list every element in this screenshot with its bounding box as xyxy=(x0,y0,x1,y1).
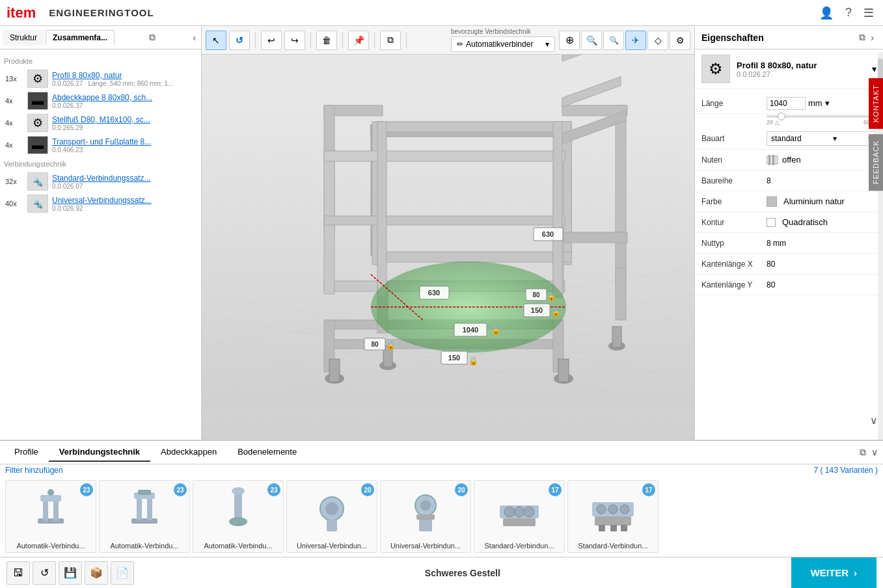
svg-rect-80 xyxy=(137,496,142,520)
prop-label: Kantenlänge X xyxy=(701,260,767,269)
copy-button[interactable]: ⧉ xyxy=(380,31,401,50)
svg-text:630: 630 xyxy=(428,289,440,297)
footer-btn-save[interactable]: 💾 xyxy=(59,561,82,585)
svg-rect-90 xyxy=(327,520,337,531)
laenge-slider-row: 20 △ 6000 xyxy=(695,115,883,128)
list-item[interactable]: 4x ▬ Transport- und Fußplatte 8... 0.0.4… xyxy=(4,134,197,156)
kontakt-tab[interactable]: KONTAKT xyxy=(869,78,883,129)
prop-bauart: Bauart standard ▾ xyxy=(695,128,883,150)
kontur-checkbox[interactable] xyxy=(767,218,776,227)
nuten-value: offen xyxy=(782,155,801,165)
pin-button[interactable]: 📌 xyxy=(348,31,369,50)
catalog-item[interactable]: 17 Standard-Verbindun... xyxy=(567,480,659,553)
select-tool-button[interactable]: ↖ xyxy=(206,31,226,50)
settings-button[interactable]: ⚙ xyxy=(670,31,690,50)
next-button[interactable]: WEITER › xyxy=(791,557,876,589)
svg-rect-39 xyxy=(562,55,621,61)
tab-struktur[interactable]: Struktur xyxy=(3,30,44,46)
product-name-display: Profil 8 80x80, natur xyxy=(737,60,817,70)
svg-rect-37 xyxy=(377,122,387,297)
bauart-select[interactable]: standard ▾ xyxy=(767,131,876,146)
product-count: 32x xyxy=(5,178,23,185)
catalog-badge: 23 xyxy=(174,483,187,496)
toolbar-separator xyxy=(406,33,407,48)
product-count: 4x xyxy=(5,141,23,149)
delete-button[interactable]: 🗑 xyxy=(316,31,337,50)
svg-rect-83 xyxy=(138,490,151,495)
section-title-verbindung: Verbindungstechnik xyxy=(4,160,197,168)
user-icon[interactable]: 👤 xyxy=(817,6,836,20)
footer-btn-3d[interactable]: 📦 xyxy=(85,561,108,585)
footer-btn-undo[interactable]: ↺ xyxy=(33,561,56,585)
footer-btn-new[interactable]: 🖫 xyxy=(7,561,30,585)
svg-rect-77 xyxy=(40,495,61,501)
unit-dropdown[interactable]: ▾ xyxy=(825,98,830,108)
svg-text:🔒: 🔒 xyxy=(547,291,556,301)
svg-rect-81 xyxy=(147,496,152,520)
catalog-name: Automatik-Verbindu... xyxy=(102,542,187,550)
rotate-tool-button[interactable]: ↺ xyxy=(229,31,250,50)
catalog-name: Standard-Verbindun... xyxy=(571,542,655,550)
catalog-thumb xyxy=(299,483,364,541)
redo-button[interactable]: ↪ xyxy=(284,31,305,50)
catalog-item[interactable]: 17 Standard-Verbindun... xyxy=(474,480,565,553)
panel-expand-icon[interactable]: ⧉ xyxy=(856,32,868,43)
filter-label[interactable]: Filter hinzufügen xyxy=(5,466,63,475)
list-item[interactable]: 13x ⚙ Profil 8 80x80, natur 0.0.026.27 ·… xyxy=(4,68,197,90)
undo-button[interactable]: ↩ xyxy=(261,31,282,50)
help-icon[interactable]: ? xyxy=(843,6,854,20)
footer-btn-pdf[interactable]: 📄 xyxy=(111,561,134,585)
catalog-name: Automatik-Verbindu... xyxy=(196,542,280,550)
feedback-tab[interactable]: FEEDBACK xyxy=(869,134,883,191)
tab-zusammenfa[interactable]: Zusammenfa... xyxy=(46,30,115,46)
zoom-in-button[interactable]: 🔍 xyxy=(581,31,602,50)
svg-rect-36 xyxy=(324,216,565,225)
catalog-collapse-icon[interactable]: ∨ xyxy=(870,446,879,459)
product-info: Standard-Verbindungssatz... 0.0.026.07 xyxy=(52,174,196,190)
svg-rect-48 xyxy=(612,327,621,347)
tab-abdeckkappen[interactable]: Abdeckkappen xyxy=(150,443,227,462)
panel-close-icon[interactable]: › xyxy=(868,33,876,43)
panel-close-icon[interactable]: ‹ xyxy=(190,33,198,43)
catalog-item[interactable]: 23 Automatik-Verbindu... xyxy=(99,480,190,553)
laenge-slider[interactable] xyxy=(767,115,876,118)
svg-rect-93 xyxy=(416,514,435,520)
catalog-item[interactable]: 20 Universal-Verbindun... xyxy=(286,480,377,553)
menu-icon[interactable]: ☰ xyxy=(861,6,876,20)
catalog-badge: 17 xyxy=(549,483,562,496)
catalog-name: Automatik-Verbindu... xyxy=(8,542,93,550)
toolbar-separator xyxy=(310,33,311,48)
tab-profile[interactable]: Profile xyxy=(4,443,49,462)
tab-verbindungstechnik[interactable]: Verbindungstechnik xyxy=(49,443,150,462)
zoom-out-button[interactable]: 🔍 xyxy=(603,31,624,50)
catalog-item[interactable]: 23 Automatik-Verbindu... xyxy=(193,480,284,553)
app-title: ENGINEERINGTOOL xyxy=(49,7,810,18)
svg-rect-17 xyxy=(377,252,571,262)
svg-text:🔒: 🔒 xyxy=(386,340,396,350)
catalog-expand-icon[interactable]: ⧉ xyxy=(858,446,867,459)
svg-rect-42 xyxy=(329,359,340,382)
catalog-item[interactable]: 23 Automatik-Verbindu... xyxy=(5,480,96,553)
properties-panel-title: Eigenschaften xyxy=(701,33,856,43)
3d-viewport[interactable]: 630 630 1040 150 80 80 150 xyxy=(202,55,694,440)
view-front-button[interactable]: ✈ xyxy=(625,31,646,50)
scroll-down-button[interactable]: ∨ xyxy=(870,414,878,427)
laenge-input[interactable] xyxy=(767,97,806,110)
view-iso-button[interactable]: ◇ xyxy=(647,31,668,50)
svg-rect-99 xyxy=(503,518,536,526)
catalog-badge: 23 xyxy=(267,483,280,496)
tab-bodenelemente[interactable]: Bodenelemente xyxy=(227,443,307,462)
panel-expand-icon[interactable]: ⧉ xyxy=(146,32,158,43)
list-item[interactable]: 40x 🔩 Universal-Verbindungssatz... 0.0.0… xyxy=(4,193,197,215)
list-item[interactable]: 4x ⚙ Stellfuß D80, M16x100, sc... 0.0.26… xyxy=(4,112,197,134)
svg-rect-94 xyxy=(419,520,432,531)
product-count: 4x xyxy=(5,97,23,105)
list-item[interactable]: 4x ▬ Abdeckkappe 8 80x80, sch... 0.0.026… xyxy=(4,90,197,112)
svg-point-78 xyxy=(48,489,54,496)
product-dropdown-icon[interactable]: ▾ xyxy=(872,64,876,74)
connection-dropdown[interactable]: ✏ Automatikverbinder ▾ xyxy=(451,36,555,52)
list-item[interactable]: 32x 🔩 Standard-Verbindungssatz... 0.0.02… xyxy=(4,170,197,193)
catalog-item[interactable]: 20 Universal-Verbindun... xyxy=(380,480,471,553)
compass-button[interactable]: ⊕ xyxy=(559,31,580,50)
svg-point-89 xyxy=(325,502,338,515)
